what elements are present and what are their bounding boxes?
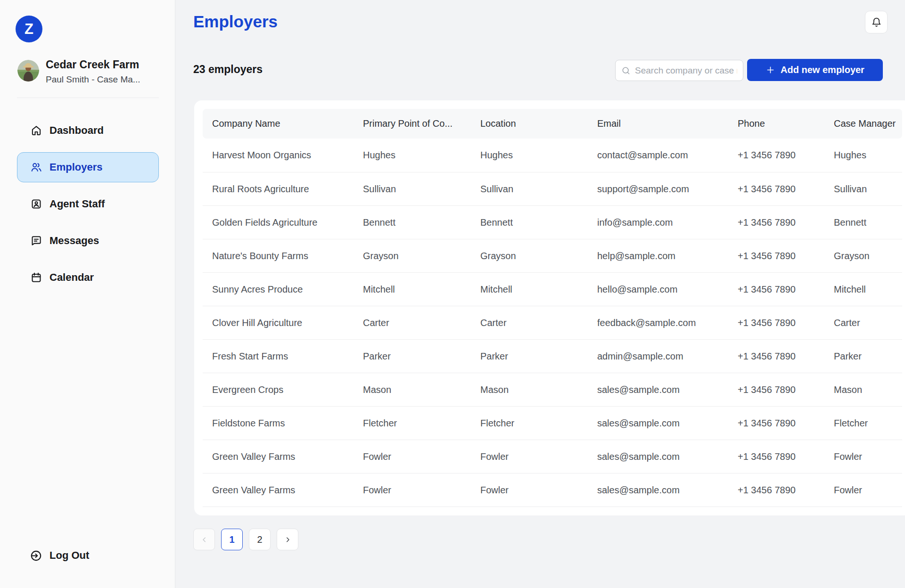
- column-header-company: Company Name: [203, 118, 354, 129]
- cell-company-name: Green Valley Farms: [203, 451, 354, 462]
- sidebar-item-dashboard[interactable]: Dashboard: [17, 115, 159, 146]
- cell-primary-contact: Bennett: [354, 217, 471, 228]
- cell-location: Mitchell: [471, 284, 588, 295]
- cell-phone: +1 3456 7890: [728, 318, 824, 328]
- pagination-page-2-button[interactable]: 2: [249, 529, 271, 550]
- cell-case-manager: Mitchell: [824, 284, 902, 295]
- employers-table: Company Name Primary Point of Co... Loca…: [203, 109, 902, 507]
- logout-icon: [30, 549, 42, 562]
- cell-company-name: Harvest Moon Organics: [203, 150, 354, 161]
- logout-button[interactable]: Log Out: [17, 543, 159, 568]
- cell-company-name: Fieldstone Farms: [203, 418, 354, 429]
- column-header-email: Email: [588, 118, 728, 129]
- column-header-location: Location: [471, 118, 588, 129]
- cell-email: contact@sample.com: [588, 150, 728, 161]
- cell-email: feedback@sample.com: [588, 318, 728, 328]
- cell-case-manager: Hughes: [824, 150, 902, 161]
- cell-primary-contact: Carter: [354, 318, 471, 328]
- table-row[interactable]: Rural Roots Agriculture Sullivan Sulliva…: [203, 172, 902, 205]
- cell-primary-contact: Fowler: [354, 451, 471, 462]
- table-row[interactable]: Clover Hill Agriculture Carter Carter fe…: [203, 306, 902, 339]
- cell-case-manager: Parker: [824, 351, 902, 362]
- sidebar-item-calendar[interactable]: Calendar: [17, 262, 159, 293]
- add-employer-button[interactable]: Add new employer: [747, 59, 883, 81]
- cell-phone: +1 3456 7890: [728, 217, 824, 228]
- column-header-contact: Primary Point of Co...: [354, 118, 471, 129]
- cell-email: support@sample.com: [588, 184, 728, 195]
- sidebar-item-agent-staff[interactable]: Agent Staff: [17, 189, 159, 219]
- column-header-phone: Phone: [728, 118, 824, 129]
- logout-label: Log Out: [49, 549, 89, 562]
- cell-email: sales@sample.com: [588, 451, 728, 462]
- cell-phone: +1 3456 7890: [728, 284, 824, 295]
- sidebar-item-label: Dashboard: [49, 124, 104, 137]
- cell-location: Bennett: [471, 217, 588, 228]
- table-row[interactable]: Evergreen Crops Mason Mason sales@sample…: [203, 373, 902, 406]
- cell-case-manager: Mason: [824, 384, 902, 395]
- search-input[interactable]: [635, 65, 737, 76]
- cell-phone: +1 3456 7890: [728, 384, 824, 395]
- cell-location: Grayson: [471, 251, 588, 261]
- column-header-case-manager: Case Manager: [824, 118, 902, 129]
- sidebar-item-label: Employers: [49, 161, 103, 173]
- calendar-icon: [30, 271, 42, 284]
- cell-case-manager: Fletcher: [824, 418, 902, 429]
- cell-location: Fowler: [471, 451, 588, 462]
- cell-company-name: Green Valley Farms: [203, 485, 354, 496]
- table-row[interactable]: Fresh Start Farms Parker Parker admin@sa…: [203, 339, 902, 373]
- table-row[interactable]: Green Valley Farms Fowler Fowler sales@s…: [203, 440, 902, 473]
- table-row[interactable]: Sunny Acres Produce Mitchell Mitchell he…: [203, 272, 902, 306]
- sidebar-item-label: Messages: [49, 235, 99, 247]
- sidebar: Z Cedar Creek Farm Paul Smith - Case Ma.…: [0, 0, 175, 588]
- cell-company-name: Evergreen Crops: [203, 384, 354, 395]
- pagination-next-button[interactable]: [277, 529, 298, 550]
- cell-case-manager: Carter: [824, 318, 902, 328]
- table-header-row: Company Name Primary Point of Co... Loca…: [203, 109, 902, 139]
- chat-icon: [30, 235, 42, 247]
- cell-phone: +1 3456 7890: [728, 184, 824, 195]
- cell-email: admin@sample.com: [588, 351, 728, 362]
- cell-primary-contact: Parker: [354, 351, 471, 362]
- table-body: Harvest Moon Organics Hughes Hughes cont…: [203, 139, 902, 507]
- cell-email: sales@sample.com: [588, 418, 728, 429]
- table-row[interactable]: Fieldstone Farms Fletcher Fletcher sales…: [203, 406, 902, 440]
- cell-case-manager: Fowler: [824, 451, 902, 462]
- user-role: Paul Smith - Case Ma...: [46, 74, 140, 85]
- cell-primary-contact: Fowler: [354, 485, 471, 496]
- cell-email: sales@sample.com: [588, 384, 728, 395]
- cell-location: Fowler: [471, 485, 588, 496]
- cell-phone: +1 3456 7890: [728, 485, 824, 496]
- cell-company-name: Rural Roots Agriculture: [203, 184, 354, 195]
- pagination-prev-button[interactable]: [193, 529, 215, 550]
- cell-company-name: Golden Fields Agriculture: [203, 217, 354, 228]
- sidebar-item-employers[interactable]: Employers: [17, 152, 159, 182]
- cell-case-manager: Sullivan: [824, 184, 902, 195]
- cell-company-name: Clover Hill Agriculture: [203, 318, 354, 328]
- employer-count: 23 employers: [193, 63, 263, 76]
- cell-primary-contact: Mitchell: [354, 284, 471, 295]
- notifications-button[interactable]: [865, 11, 888, 33]
- cell-email: info@sample.com: [588, 217, 728, 228]
- cell-primary-contact: Mason: [354, 384, 471, 395]
- cell-location: Carter: [471, 318, 588, 328]
- table-row[interactable]: Golden Fields Agriculture Bennett Bennet…: [203, 205, 902, 239]
- table-row[interactable]: Green Valley Farms Fowler Fowler sales@s…: [203, 473, 902, 506]
- add-employer-label: Add new employer: [781, 65, 864, 75]
- cell-phone: +1 3456 7890: [728, 418, 824, 429]
- employers-table-card: Company Name Primary Point of Co... Loca…: [194, 100, 905, 515]
- app-logo: Z: [16, 16, 42, 42]
- cell-primary-contact: Fletcher: [354, 418, 471, 429]
- cell-case-manager: Bennett: [824, 217, 902, 228]
- sidebar-item-messages[interactable]: Messages: [17, 226, 159, 256]
- cell-primary-contact: Hughes: [354, 150, 471, 161]
- pagination: 1 2: [193, 529, 298, 550]
- cell-location: Sullivan: [471, 184, 588, 195]
- table-row[interactable]: Nature's Bounty Farms Grayson Grayson he…: [203, 239, 902, 272]
- org-name: Cedar Creek Farm: [46, 58, 139, 71]
- bell-icon: [871, 17, 882, 28]
- pagination-page-1-button[interactable]: 1: [221, 529, 243, 550]
- search-box: [615, 60, 743, 81]
- cell-email: hello@sample.com: [588, 284, 728, 295]
- app-logo-letter: Z: [25, 21, 33, 38]
- table-row[interactable]: Harvest Moon Organics Hughes Hughes cont…: [203, 139, 902, 172]
